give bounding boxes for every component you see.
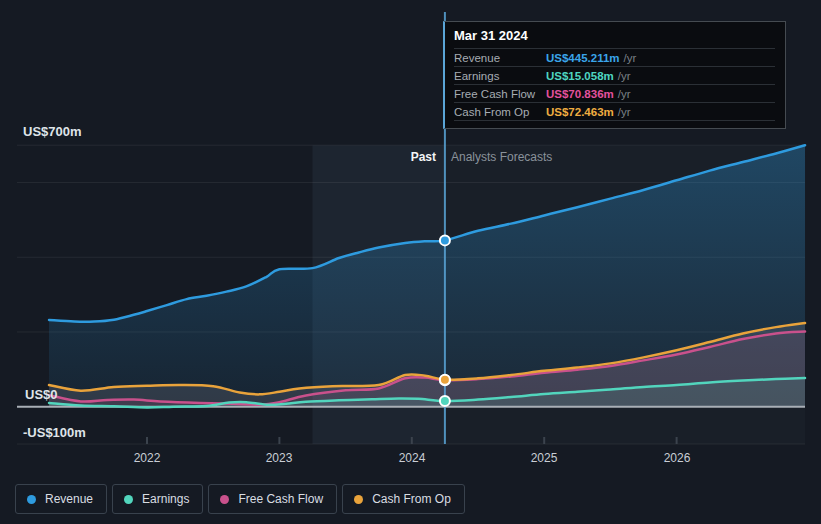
tooltip-suffix: /yr	[618, 70, 631, 82]
legend-item-earnings[interactable]: Earnings	[112, 484, 203, 514]
legend-label: Revenue	[45, 492, 93, 506]
legend-item-cash-from-op[interactable]: Cash From Op	[342, 484, 465, 514]
tooltip-suffix: /yr	[618, 106, 631, 118]
legend-label: Cash From Op	[372, 492, 451, 506]
y-axis-label-700m: US$700m	[23, 125, 82, 139]
x-axis-label-2024: 2024	[399, 451, 426, 465]
tooltip-value: US$72.463m	[546, 106, 614, 118]
legend-item-revenue[interactable]: Revenue	[15, 484, 107, 514]
tooltip-row-free-cash-flow: Free Cash Flow US$70.836m /yr	[454, 85, 775, 103]
free-cash-flow-series-dot-icon	[220, 495, 229, 504]
x-axis-label-2025: 2025	[531, 451, 558, 465]
tooltip-row-cash-from-op: Cash From Op US$72.463m /yr	[454, 103, 775, 121]
tooltip-label: Cash From Op	[454, 106, 546, 118]
revenue-series-dot-icon	[27, 495, 36, 504]
tooltip-value: US$445.211m	[546, 52, 620, 64]
cash-from-op-series-dot-icon	[354, 495, 363, 504]
tooltip-date: Mar 31 2024	[454, 24, 775, 49]
tooltip-value: US$15.058m	[546, 70, 614, 82]
past-region-label: Past	[411, 150, 436, 164]
earnings-series-dot-icon	[124, 495, 133, 504]
forecast-region-label: Analysts Forecasts	[451, 150, 552, 164]
tooltip-row-revenue: Revenue US$445.211m /yr	[454, 49, 775, 67]
y-axis-label-zero: US$0	[25, 388, 58, 402]
tooltip-suffix: /yr	[618, 88, 631, 100]
legend-item-free-cash-flow[interactable]: Free Cash Flow	[208, 484, 337, 514]
chart-tooltip: Mar 31 2024 Revenue US$445.211m /yr Earn…	[443, 21, 786, 129]
legend-label: Earnings	[142, 492, 189, 506]
y-axis-label-neg100m: -US$100m	[23, 426, 86, 440]
tooltip-label: Earnings	[454, 70, 546, 82]
chart-legend: Revenue Earnings Free Cash Flow Cash Fro…	[15, 484, 465, 514]
tooltip-value: US$70.836m	[546, 88, 614, 100]
tooltip-row-earnings: Earnings US$15.058m /yr	[454, 67, 775, 85]
earnings-revenue-growth-chart: US$700m US$0 -US$100m 2022 2023 2024 202…	[0, 0, 821, 524]
legend-label: Free Cash Flow	[238, 492, 323, 506]
tooltip-label: Revenue	[454, 52, 546, 64]
x-axis-label-2026: 2026	[664, 451, 691, 465]
tooltip-label: Free Cash Flow	[454, 88, 546, 100]
tooltip-suffix: /yr	[624, 52, 637, 64]
x-axis-label-2022: 2022	[134, 451, 161, 465]
x-axis-label-2023: 2023	[266, 451, 293, 465]
